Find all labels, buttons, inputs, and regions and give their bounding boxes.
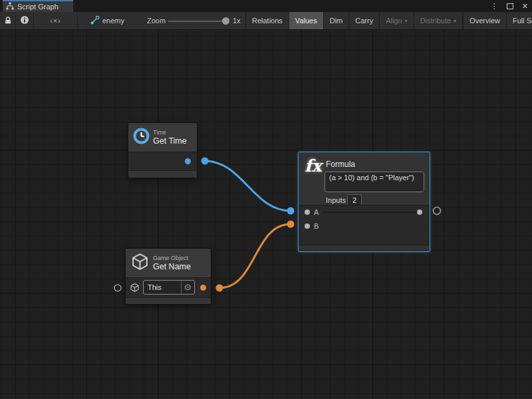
node-title: Get Time (153, 136, 187, 146)
clock-icon (132, 127, 150, 148)
cube-icon (130, 252, 150, 274)
align-button[interactable]: Align ▾ (379, 12, 413, 29)
node-category: Game Object (153, 255, 191, 262)
get-name-output-port[interactable] (200, 285, 206, 291)
values-button[interactable]: Values (289, 12, 323, 29)
formula-header: fx Formula (a > 10) and (b = "Player") I… (299, 152, 430, 205)
info-icon (20, 15, 29, 26)
target-object-value: This (144, 283, 181, 291)
graph-name: enemy (102, 17, 124, 25)
get-time-header: Time Get Time (128, 123, 197, 152)
window-tab-bar: Script Graph ⋮ ✕ (0, 0, 532, 12)
lock-button[interactable] (0, 12, 16, 29)
node-category: Time (153, 129, 187, 136)
formula-input-a-port[interactable] (305, 209, 310, 215)
graph-canvas[interactable] (0, 30, 532, 399)
info-button[interactable] (16, 12, 34, 29)
lock-icon (4, 16, 12, 26)
overview-button[interactable]: Overview (463, 12, 506, 29)
window-maximize-icon[interactable] (507, 0, 513, 12)
target-object-field[interactable]: This ⊙ (143, 280, 195, 295)
get-time-output-port[interactable] (185, 158, 191, 164)
node-get-name[interactable]: Game Object Get Name This ⊙ (125, 248, 211, 305)
relations-button[interactable]: Relations (245, 12, 289, 29)
tab-title: Script Graph (17, 3, 59, 11)
formula-output-port-inner[interactable] (417, 209, 422, 215)
zoom-label: Zoom (147, 17, 166, 25)
node-get-time[interactable]: Time Get Time (128, 122, 198, 178)
port-b-label: B (314, 222, 319, 230)
node-title: Formula (326, 160, 355, 169)
get-name-header: Game Object Get Name (126, 249, 211, 278)
chevron-down-icon: ▾ (405, 18, 408, 24)
cube-icon-small (130, 283, 140, 295)
relation-line (323, 211, 417, 213)
formula-body: A B (299, 205, 430, 245)
node-formula-selected[interactable]: fx Formula (a > 10) and (b = "Player") I… (298, 152, 430, 252)
tab-script-graph[interactable]: Script Graph (3, 0, 73, 12)
formula-footer (299, 245, 430, 252)
fullscreen-button[interactable]: Full Screen (506, 12, 532, 29)
get-time-footer (128, 170, 197, 178)
hierarchy-icon (6, 1, 14, 13)
fx-icon: fx (305, 156, 322, 176)
zoom-slider-handle[interactable] (222, 17, 229, 25)
code-preview-button[interactable]: ‹×› (34, 12, 78, 29)
window-menu-icon[interactable]: ⋮ (491, 0, 498, 12)
window-close-icon[interactable]: ✕ (522, 0, 528, 12)
zoom-slider-track[interactable] (168, 21, 227, 22)
dim-button[interactable]: Dim (323, 12, 349, 29)
get-name-footer (126, 297, 211, 304)
object-picker-icon[interactable]: ⊙ (181, 281, 194, 294)
graph-toolbar: ‹×› enemy Zoom 1x Relations Values Dim C… (0, 12, 532, 30)
node-title: Get Name (153, 262, 191, 272)
get-time-body (128, 152, 197, 170)
zoom-value: 1x (233, 17, 241, 25)
distribute-button[interactable]: Distribute ▾ (414, 12, 462, 29)
formula-expression-field[interactable]: (a > 10) and (b = "Player") (325, 172, 424, 192)
graph-icon (90, 16, 99, 26)
chevron-down-icon: ▾ (454, 18, 456, 24)
carry-button[interactable]: Carry (348, 12, 379, 29)
inputs-label: Inputs (326, 196, 346, 204)
get-name-body: This ⊙ (126, 278, 211, 297)
port-a-label: A (314, 208, 319, 216)
formula-input-b-port[interactable] (305, 223, 310, 229)
graph-breadcrumb[interactable]: enemy (90, 12, 124, 29)
